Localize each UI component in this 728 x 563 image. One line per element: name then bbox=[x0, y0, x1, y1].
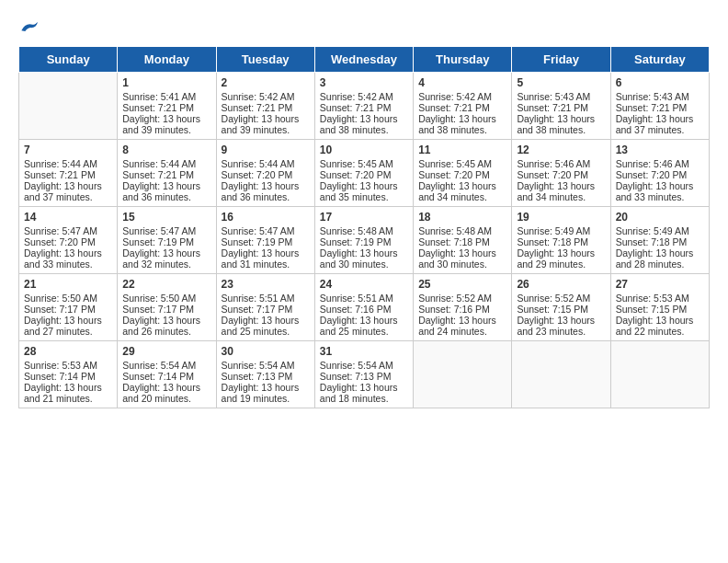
calendar-cell bbox=[610, 341, 709, 408]
sunrise-text: Sunrise: 5:50 AM bbox=[122, 293, 210, 304]
daylight-text: Daylight: 13 hours and 39 minutes. bbox=[222, 113, 310, 135]
daylight-text: Daylight: 13 hours and 38 minutes. bbox=[320, 113, 408, 135]
daylight-text: Daylight: 13 hours and 22 minutes. bbox=[616, 315, 704, 337]
day-number: 1 bbox=[122, 76, 210, 89]
weekday-header-friday: Friday bbox=[512, 47, 610, 73]
day-number: 17 bbox=[320, 211, 408, 224]
day-number: 21 bbox=[24, 278, 112, 291]
day-number: 4 bbox=[418, 76, 506, 89]
sunrise-text: Sunrise: 5:47 AM bbox=[24, 225, 112, 236]
calendar-cell: 3Sunrise: 5:42 AMSunset: 7:21 PMDaylight… bbox=[314, 73, 413, 140]
sunrise-text: Sunrise: 5:42 AM bbox=[222, 91, 310, 102]
sunset-text: Sunset: 7:19 PM bbox=[222, 236, 310, 247]
calendar-cell: 19Sunrise: 5:49 AMSunset: 7:18 PMDayligh… bbox=[512, 207, 610, 274]
daylight-text: Daylight: 13 hours and 25 minutes. bbox=[320, 315, 408, 337]
weekday-header-monday: Monday bbox=[118, 47, 216, 73]
daylight-text: Daylight: 13 hours and 28 minutes. bbox=[616, 247, 704, 270]
daylight-text: Daylight: 13 hours and 33 minutes. bbox=[24, 247, 112, 270]
sunrise-text: Sunrise: 5:52 AM bbox=[418, 293, 506, 304]
calendar-cell: 27Sunrise: 5:53 AMSunset: 7:15 PMDayligh… bbox=[610, 274, 709, 341]
sunrise-text: Sunrise: 5:54 AM bbox=[122, 360, 210, 371]
daylight-text: Daylight: 13 hours and 38 minutes. bbox=[517, 113, 605, 135]
day-number: 26 bbox=[517, 278, 605, 291]
daylight-text: Daylight: 13 hours and 35 minutes. bbox=[320, 180, 408, 202]
calendar-cell: 11Sunrise: 5:45 AMSunset: 7:20 PMDayligh… bbox=[414, 140, 512, 207]
sunset-text: Sunset: 7:21 PM bbox=[122, 102, 210, 113]
calendar-cell: 24Sunrise: 5:51 AMSunset: 7:16 PMDayligh… bbox=[314, 274, 413, 341]
calendar-cell: 15Sunrise: 5:47 AMSunset: 7:19 PMDayligh… bbox=[118, 207, 216, 274]
calendar-header-row: SundayMondayTuesdayWednesdayThursdayFrid… bbox=[19, 47, 710, 73]
sunset-text: Sunset: 7:14 PM bbox=[122, 371, 210, 382]
daylight-text: Daylight: 13 hours and 26 minutes. bbox=[122, 315, 210, 337]
day-number: 23 bbox=[222, 278, 310, 291]
sunset-text: Sunset: 7:13 PM bbox=[222, 371, 310, 382]
day-number: 12 bbox=[517, 144, 605, 156]
daylight-text: Daylight: 13 hours and 27 minutes. bbox=[24, 315, 112, 337]
sunrise-text: Sunrise: 5:42 AM bbox=[320, 91, 408, 102]
page-header bbox=[18, 18, 710, 37]
sunset-text: Sunset: 7:20 PM bbox=[616, 169, 704, 180]
calendar-cell: 23Sunrise: 5:51 AMSunset: 7:17 PMDayligh… bbox=[216, 274, 314, 341]
daylight-text: Daylight: 13 hours and 37 minutes. bbox=[616, 113, 704, 135]
sunset-text: Sunset: 7:20 PM bbox=[320, 169, 408, 180]
sunrise-text: Sunrise: 5:42 AM bbox=[418, 91, 506, 102]
sunset-text: Sunset: 7:21 PM bbox=[616, 102, 704, 113]
daylight-text: Daylight: 13 hours and 39 minutes. bbox=[122, 113, 210, 135]
day-number: 19 bbox=[517, 211, 605, 224]
sunset-text: Sunset: 7:20 PM bbox=[24, 236, 112, 247]
sunset-text: Sunset: 7:17 PM bbox=[222, 304, 310, 315]
sunset-text: Sunset: 7:20 PM bbox=[418, 169, 506, 180]
calendar-cell: 17Sunrise: 5:48 AMSunset: 7:19 PMDayligh… bbox=[314, 207, 413, 274]
sunset-text: Sunset: 7:21 PM bbox=[320, 102, 408, 113]
weekday-header-tuesday: Tuesday bbox=[216, 47, 314, 73]
calendar-cell: 29Sunrise: 5:54 AMSunset: 7:14 PMDayligh… bbox=[118, 341, 216, 408]
calendar-cell: 30Sunrise: 5:54 AMSunset: 7:13 PMDayligh… bbox=[216, 341, 314, 408]
calendar-week-row: 1Sunrise: 5:41 AMSunset: 7:21 PMDaylight… bbox=[19, 73, 710, 140]
sunrise-text: Sunrise: 5:43 AM bbox=[517, 91, 605, 102]
daylight-text: Daylight: 13 hours and 29 minutes. bbox=[517, 247, 605, 270]
day-number: 18 bbox=[418, 211, 506, 224]
calendar-cell: 12Sunrise: 5:46 AMSunset: 7:20 PMDayligh… bbox=[512, 140, 610, 207]
daylight-text: Daylight: 13 hours and 21 minutes. bbox=[24, 382, 112, 404]
day-number: 10 bbox=[320, 144, 408, 156]
day-number: 24 bbox=[320, 278, 408, 291]
calendar-cell: 10Sunrise: 5:45 AMSunset: 7:20 PMDayligh… bbox=[314, 140, 413, 207]
day-number: 3 bbox=[320, 76, 408, 89]
day-number: 29 bbox=[122, 345, 210, 358]
day-number: 27 bbox=[616, 278, 704, 291]
sunrise-text: Sunrise: 5:50 AM bbox=[24, 293, 112, 304]
sunrise-text: Sunrise: 5:46 AM bbox=[517, 158, 605, 169]
calendar-week-row: 14Sunrise: 5:47 AMSunset: 7:20 PMDayligh… bbox=[19, 207, 710, 274]
calendar-cell: 28Sunrise: 5:53 AMSunset: 7:14 PMDayligh… bbox=[19, 341, 118, 408]
day-number: 5 bbox=[517, 76, 605, 89]
calendar-cell: 6Sunrise: 5:43 AMSunset: 7:21 PMDaylight… bbox=[610, 73, 709, 140]
calendar-cell: 13Sunrise: 5:46 AMSunset: 7:20 PMDayligh… bbox=[610, 140, 709, 207]
sunrise-text: Sunrise: 5:47 AM bbox=[222, 225, 310, 236]
sunrise-text: Sunrise: 5:44 AM bbox=[24, 158, 112, 169]
sunrise-text: Sunrise: 5:46 AM bbox=[616, 158, 704, 169]
calendar-week-row: 28Sunrise: 5:53 AMSunset: 7:14 PMDayligh… bbox=[19, 341, 710, 408]
calendar-cell: 26Sunrise: 5:52 AMSunset: 7:15 PMDayligh… bbox=[512, 274, 610, 341]
sunset-text: Sunset: 7:20 PM bbox=[222, 169, 310, 180]
sunrise-text: Sunrise: 5:44 AM bbox=[222, 158, 310, 169]
calendar-cell: 8Sunrise: 5:44 AMSunset: 7:21 PMDaylight… bbox=[118, 140, 216, 207]
sunset-text: Sunset: 7:13 PM bbox=[320, 371, 408, 382]
sunrise-text: Sunrise: 5:49 AM bbox=[517, 225, 605, 236]
sunrise-text: Sunrise: 5:54 AM bbox=[320, 360, 408, 371]
day-number: 25 bbox=[418, 278, 506, 291]
sunset-text: Sunset: 7:16 PM bbox=[320, 304, 408, 315]
sunrise-text: Sunrise: 5:52 AM bbox=[517, 293, 605, 304]
calendar-cell: 22Sunrise: 5:50 AMSunset: 7:17 PMDayligh… bbox=[118, 274, 216, 341]
day-number: 31 bbox=[320, 345, 408, 358]
weekday-header-thursday: Thursday bbox=[414, 47, 512, 73]
day-number: 15 bbox=[122, 211, 210, 224]
sunset-text: Sunset: 7:15 PM bbox=[517, 304, 605, 315]
day-number: 9 bbox=[222, 144, 310, 156]
day-number: 7 bbox=[24, 144, 112, 156]
daylight-text: Daylight: 13 hours and 24 minutes. bbox=[418, 315, 506, 337]
sunrise-text: Sunrise: 5:48 AM bbox=[320, 225, 408, 236]
calendar-week-row: 21Sunrise: 5:50 AMSunset: 7:17 PMDayligh… bbox=[19, 274, 710, 341]
daylight-text: Daylight: 13 hours and 36 minutes. bbox=[222, 180, 310, 202]
calendar-cell: 31Sunrise: 5:54 AMSunset: 7:13 PMDayligh… bbox=[314, 341, 413, 408]
calendar-cell: 16Sunrise: 5:47 AMSunset: 7:19 PMDayligh… bbox=[216, 207, 314, 274]
